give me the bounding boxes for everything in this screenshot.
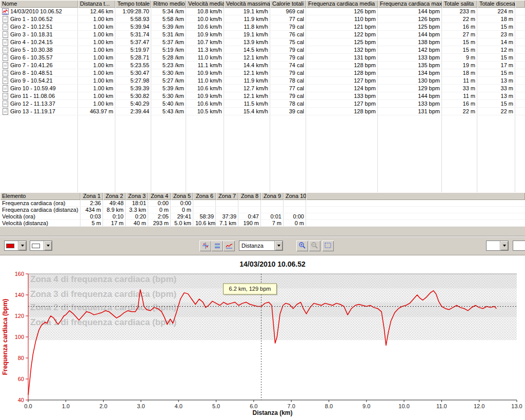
cell: 5:28.71 — [115, 54, 151, 61]
cell: 10.6 km — [193, 220, 216, 226]
column-header[interactable]: Zona 2 — [103, 192, 126, 200]
column-header[interactable]: Zona 5 — [171, 192, 193, 200]
x-tick-label: 4.0 — [175, 403, 183, 409]
column-header[interactable]: Distanza t... — [78, 0, 115, 8]
cell: 126 bpm — [306, 8, 378, 15]
cell: 190 m — [238, 220, 261, 226]
row-name-cell: Giro 10 - 10.59.49 — [0, 85, 78, 92]
magnifier-plus-icon — [298, 242, 306, 250]
right-select-2[interactable] — [513, 241, 525, 251]
exercise-row[interactable]: Giro 5 - 10.30.381.00 km5:19.975:19 /km1… — [0, 46, 525, 54]
cell: 131 bpm — [378, 108, 442, 115]
cell: 22 m — [442, 108, 477, 115]
cell: 76 cal — [270, 31, 306, 38]
cell: 144 bpm — [378, 8, 442, 15]
cell: 2:36 — [80, 200, 103, 206]
toolbar-gap — [0, 227, 525, 236]
cell: 79 cal — [270, 69, 306, 76]
cell: 13 m — [477, 77, 515, 84]
exercise-row[interactable]: Giro 8 - 10.48.511.00 km5:30.475:30 /km1… — [0, 69, 525, 77]
lap-icon — [2, 54, 9, 61]
exercise-row[interactable]: Giro 6 - 10.35.571.00 km5:28.715:28 /km1… — [0, 54, 525, 62]
cell: 78 cal — [270, 100, 306, 107]
zone-label: Zona 4 di frequenza cardiaca (bpm) — [30, 274, 176, 284]
column-header[interactable]: Zona 8 — [238, 192, 261, 200]
cell: 1.00 km — [78, 46, 115, 53]
cell: 122 bpm — [306, 31, 378, 38]
column-header[interactable]: Velocità media — [186, 0, 224, 8]
heart-rate-chart[interactable]: Zona 4 di frequenza cardiaca (bpm)Zona 3… — [0, 255, 525, 420]
zoom-selection-button[interactable] — [322, 241, 334, 251]
x-axis-select[interactable]: Distanza — [239, 241, 283, 251]
chart-curve-view-button[interactable] — [223, 241, 235, 251]
exercise-row[interactable]: 14/03/2010 10.06.5212.46 km1:09:28.705:3… — [0, 8, 525, 15]
zone-row: Velocità (distanza)5 m17 m40 m293 m5.0 k… — [0, 220, 525, 227]
column-header[interactable]: Tempo totale — [115, 0, 151, 8]
zoom-in-button[interactable] — [296, 241, 308, 251]
column-header[interactable]: Zona 9 — [261, 192, 284, 200]
cell: 0:03 — [80, 213, 103, 219]
column-header[interactable]: Zona 7 — [216, 192, 238, 200]
y-tick-label: 100 — [15, 334, 24, 340]
zoom-out-button[interactable] — [309, 241, 320, 251]
column-header[interactable]: Velocità massima — [224, 0, 270, 8]
exercise-row[interactable]: Giro 3 - 10.18.311.00 km5:31.745:31 /km1… — [0, 31, 525, 38]
exercise-row[interactable]: Giro 12 - 11.13.371.00 km5:40.295:40 /km… — [0, 100, 525, 108]
exercise-row[interactable]: Giro 7 - 10.41.261.00 km5:23.555:23 /km1… — [0, 62, 525, 69]
cell: 127 bpm — [306, 77, 378, 84]
cell: 8.9 km — [103, 207, 126, 213]
x-axis-select-value: Distanza — [239, 243, 264, 249]
exercise-row[interactable]: Giro 2 - 10.12.511.00 km5:39.945:39 /km1… — [0, 23, 525, 31]
column-header[interactable]: Zona 10 — [284, 192, 306, 200]
row-label: Giro 11 - 11.08.06 — [10, 92, 55, 99]
zone-row: Frequenza cardiaca (distanza)434 m8.9 km… — [0, 207, 525, 213]
cell: 74 cal — [270, 62, 306, 69]
row-name-cell: Giro 6 - 10.35.57 — [0, 54, 78, 61]
column-header-filler — [306, 192, 525, 200]
cell: 17 m — [103, 220, 126, 226]
cell: 79 cal — [270, 23, 306, 30]
exercise-row[interactable]: Giro 13 - 11.19.17463.97 m2:39.445:43 /k… — [0, 108, 525, 115]
exercise-row[interactable]: Giro 9 - 10.54.211.00 km5:27.985:27 /km1… — [0, 77, 525, 85]
column-header[interactable]: Elemento — [0, 192, 80, 200]
cell: 5:39.94 — [115, 23, 151, 30]
column-header[interactable]: Zona 3 — [126, 192, 148, 200]
column-header[interactable]: Totale salita — [442, 0, 477, 8]
fill-color-select[interactable] — [30, 241, 52, 251]
cell: 12.1 km/h — [224, 92, 270, 99]
cell: 14.5 km/h — [224, 46, 270, 53]
column-header[interactable]: Frequenza cardiaca max — [378, 0, 442, 8]
column-header[interactable]: Totale discesa — [477, 0, 515, 8]
column-header[interactable]: Calorie totali — [270, 0, 306, 8]
cell: 125 bpm — [378, 23, 442, 30]
cell — [284, 200, 306, 206]
cell: 17 m — [477, 62, 515, 69]
row-name-cell: Giro 12 - 11.13.37 — [0, 100, 78, 107]
line-color-select[interactable] — [4, 241, 27, 251]
chart-points-view-button[interactable] — [199, 241, 211, 251]
cell: 15 m — [477, 69, 515, 76]
chart-lines-view-button[interactable] — [211, 241, 223, 251]
exercise-row[interactable]: Giro 10 - 10.59.491.00 km5:39.395:39 /km… — [0, 85, 525, 92]
cell: 5:58 /km — [151, 15, 186, 23]
zone-row: Velocità (ora)0:030:100:202:0529:4158:39… — [0, 213, 525, 220]
column-header[interactable]: Zona 6 — [193, 192, 216, 200]
exercise-table-body: 14/03/2010 10.06.5212.46 km1:09:28.705:3… — [0, 8, 525, 192]
exercise-summary-icon — [2, 8, 9, 15]
exercise-row[interactable]: Giro 11 - 11.08.061.00 km5:30.825:30 /km… — [0, 92, 525, 100]
exercise-row[interactable]: Giro 1 - 10.06.521.00 km5:58.935:58 /km1… — [0, 15, 525, 23]
cell: 12.7 km/h — [224, 85, 270, 92]
x-tick-label: 3.0 — [137, 403, 145, 409]
column-header[interactable]: Zona 4 — [148, 192, 171, 200]
cell: 1.00 km — [78, 38, 115, 46]
column-header[interactable]: Zona 1 — [80, 192, 103, 200]
exercise-row[interactable]: Giro 4 - 10.24.151.00 km5:37.475:37 /km1… — [0, 38, 525, 46]
cell: 5:39.39 — [115, 85, 151, 92]
column-header[interactable]: Frequenza cardiaca media — [306, 0, 378, 8]
cell: 1.00 km — [78, 77, 115, 84]
cell: 0:47 — [238, 213, 261, 219]
column-header[interactable]: Ritmo medio — [151, 0, 186, 8]
column-header[interactable]: Nome — [0, 0, 78, 8]
cell: 5:37 /km — [151, 38, 186, 46]
right-select-1[interactable] — [486, 241, 509, 251]
